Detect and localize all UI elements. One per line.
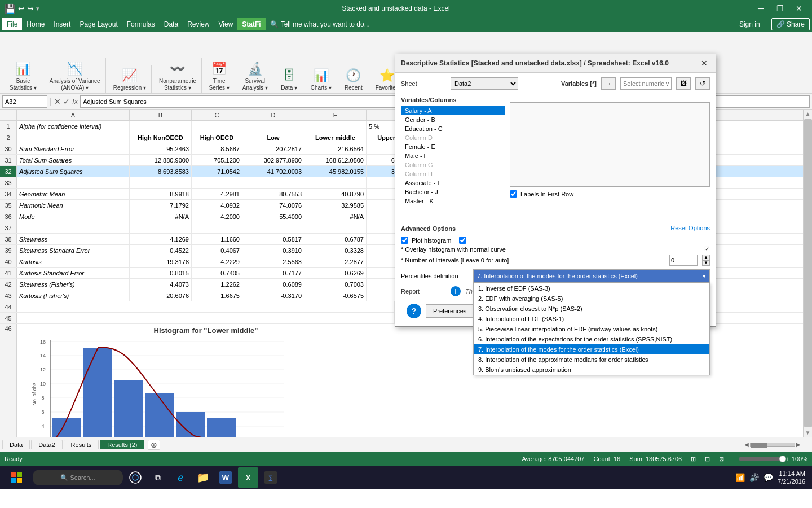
notification-icon[interactable]: 💬 [764, 473, 773, 482]
charts-btn[interactable]: 📊 Charts ▾ [308, 65, 334, 93]
dialog-help-btn[interactable]: ? [407, 304, 421, 318]
cell-c1[interactable] [192, 121, 242, 132]
status-zoom-bar[interactable]: − + 100% [733, 456, 807, 462]
scroll-down-btn[interactable]: ▼ [804, 428, 812, 437]
nonparam-btn[interactable]: 〰️ NonparametricStatistics ▾ [156, 58, 199, 93]
taskbar-task-view-btn[interactable]: ⧉ [148, 467, 168, 488]
cell-d42[interactable]: 0.6089 [242, 279, 304, 290]
cell-d33[interactable] [242, 177, 304, 188]
cell-d2[interactable]: Low [242, 132, 304, 143]
regression-btn[interactable]: 📈 Regression ▾ [111, 65, 149, 93]
zoom-slider[interactable] [739, 457, 784, 461]
status-view-page[interactable]: ⊟ [705, 456, 710, 463]
cell-a35[interactable]: Harmonic Mean [17, 200, 130, 211]
h-scroll-thumb[interactable] [751, 443, 767, 448]
var-item-female[interactable]: Female - E [401, 142, 505, 151]
cell-d37[interactable] [242, 222, 304, 233]
taskbar-explorer-btn[interactable]: 📁 [193, 467, 213, 488]
cell-c38[interactable]: 1.1660 [192, 234, 242, 244]
cell-c2[interactable]: High OECD [192, 132, 242, 143]
sheet-tab-results[interactable]: Results [64, 440, 99, 449]
cell-a41[interactable]: Kurtosis Standard Error [17, 268, 130, 278]
var-item-columnd[interactable]: Column D [401, 133, 505, 142]
menu-page-layout[interactable]: Page Layout [75, 18, 122, 30]
cell-e35[interactable]: 32.9585 [304, 200, 367, 211]
cell-d40[interactable]: 2.5563 [242, 256, 304, 267]
recent-btn[interactable]: 🕐 Recent [342, 65, 365, 93]
cell-a2[interactable] [17, 132, 130, 143]
cell-b40[interactable]: 19.3178 [130, 256, 192, 267]
cell-e2[interactable]: Lower middle [304, 132, 367, 143]
cell-a42[interactable]: Skewness (Fisher's) [17, 279, 130, 290]
var-item-master[interactable]: Master - K [401, 196, 505, 205]
cell-e39[interactable]: 0.3328 [304, 245, 367, 256]
cell-b42[interactable]: 4.4073 [130, 279, 192, 290]
add-sheet-btn[interactable]: ⊕ [148, 440, 160, 450]
cell-a39[interactable]: Skewness Standard Error [17, 245, 130, 256]
taskbar-cortana-btn[interactable] [125, 467, 145, 488]
taskbar-word-btn[interactable]: W [215, 467, 236, 488]
cell-c34[interactable]: 4.2981 [192, 189, 242, 199]
var-item-salary[interactable]: Salary - A [401, 106, 505, 115]
dialog-preferences-btn[interactable]: Preferences [426, 304, 474, 318]
cell-c30[interactable]: 8.5687 [192, 143, 242, 154]
menu-formulas[interactable]: Formulas [122, 18, 160, 30]
cell-d38[interactable]: 0.5817 [242, 234, 304, 244]
overlay-normal-checkbox[interactable] [459, 237, 466, 244]
cell-e33[interactable] [304, 177, 367, 188]
cell-c43[interactable]: 1.6675 [192, 290, 242, 301]
variables-list[interactable]: Salary - A Gender - B Education - C Colu… [401, 106, 505, 218]
h-scroll-track[interactable] [750, 443, 795, 447]
menu-review[interactable]: Review [183, 18, 214, 30]
name-box[interactable] [2, 95, 47, 108]
perc-opt-9[interactable]: 9. Blom's unbiased approximation [474, 365, 709, 375]
cell-a1[interactable]: Alpha (for confidence interval) [17, 121, 130, 132]
var-item-associate[interactable]: Associate - I [401, 178, 505, 187]
cell-a34[interactable]: Geometric Mean [17, 189, 130, 199]
var-item-education[interactable]: Education - C [401, 124, 505, 133]
cell-b43[interactable]: 20.6076 [130, 290, 192, 301]
menu-home[interactable]: Home [22, 18, 49, 30]
spin-down-btn[interactable]: ▼ [702, 260, 710, 266]
cell-c39[interactable]: 0.4067 [192, 245, 242, 256]
formula-insert-fn[interactable]: fx [72, 97, 78, 106]
cell-d41[interactable]: 0.7177 [242, 268, 304, 278]
cell-a33[interactable] [17, 177, 130, 188]
menu-tell-me[interactable]: 🔍 Tell me what you want to do... [266, 18, 374, 30]
zoom-in-btn[interactable]: + [786, 456, 789, 462]
cell-a32[interactable]: Adjusted Sum Squares [17, 166, 130, 177]
cell-d39[interactable]: 0.3910 [242, 245, 304, 256]
cell-d36[interactable]: 55.4000 [242, 211, 304, 222]
percentiles-dropdown-selected[interactable]: 7. Interpolation of the modes for the or… [473, 269, 710, 283]
sheet-tab-data[interactable]: Data [2, 440, 30, 449]
sheet-select[interactable]: Data2 [451, 77, 518, 90]
cell-e37[interactable] [304, 222, 367, 233]
labels-first-row-checkbox[interactable] [510, 190, 517, 198]
cell-e34[interactable]: 40.8790 [304, 189, 367, 199]
cell-b2[interactable]: High NonOECD [130, 132, 192, 143]
formula-cancel[interactable]: ✕ [54, 97, 61, 106]
restore-btn[interactable]: ❐ [771, 3, 788, 14]
taskbar-search-btn[interactable]: 🔍 Search... [33, 470, 123, 485]
cell-b30[interactable]: 95.2463 [130, 143, 192, 154]
cell-a40[interactable]: Kurtosis [17, 256, 130, 267]
cell-c40[interactable]: 4.2229 [192, 256, 242, 267]
cell-e31[interactable]: 168,612.0500 [304, 155, 367, 165]
perc-opt-8[interactable]: 8. Interpolation of the approximate medi… [474, 354, 709, 365]
cell-d43[interactable]: -0.3170 [242, 290, 304, 301]
minimize-btn[interactable]: ─ [752, 3, 769, 14]
perc-opt-5[interactable]: 5. Piecewise linear interpolation of EDF… [474, 324, 709, 334]
cell-b1[interactable] [130, 121, 192, 132]
cell-d1[interactable] [242, 121, 304, 132]
zoom-thumb[interactable] [779, 456, 786, 462]
cell-c37[interactable] [192, 222, 242, 233]
zoom-out-btn[interactable]: − [733, 456, 736, 462]
cell-d32[interactable]: 41,702.0003 [242, 166, 304, 177]
cell-b31[interactable]: 12,880.9000 [130, 155, 192, 165]
cell-e42[interactable]: 0.7003 [304, 279, 367, 290]
cell-c32[interactable]: 71.0542 [192, 166, 242, 177]
cell-d34[interactable]: 80.7553 [242, 189, 304, 199]
cell-a44[interactable] [17, 301, 395, 312]
cell-e32[interactable]: 45,982.0155 [304, 166, 367, 177]
cell-b33[interactable] [130, 177, 192, 188]
